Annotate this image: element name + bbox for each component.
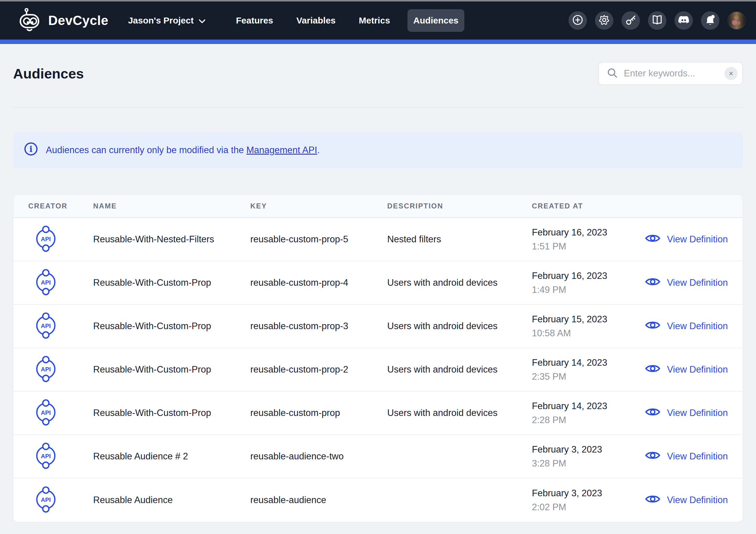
docs-button[interactable] <box>648 11 666 30</box>
audience-name: Reusable-With-Custom-Prop <box>93 364 250 375</box>
nav-item-variables[interactable]: Variables <box>290 9 342 32</box>
audience-key: reusable-custom-prop <box>250 408 387 418</box>
created-at-cell: February 16, 2023 1:51 PM <box>532 227 645 252</box>
user-avatar[interactable] <box>727 11 746 30</box>
audience-key: reusable-audience <box>250 495 387 505</box>
created-time: 1:49 PM <box>532 284 645 295</box>
settings-button[interactable] <box>595 11 613 30</box>
view-definition-button[interactable]: View Definition <box>645 450 742 463</box>
column-header-key: KEY <box>250 202 387 210</box>
created-date: February 15, 2023 <box>532 314 645 325</box>
creator-cell: API <box>14 485 78 515</box>
creator-badge-text: API <box>41 322 51 329</box>
accent-bar <box>0 39 756 44</box>
nav-item-audiences[interactable]: Audiences <box>407 9 465 32</box>
created-date: February 14, 2023 <box>532 357 645 368</box>
audience-name: Reusable-With-Custom-Prop <box>93 277 250 288</box>
brand-name: DevCycle <box>48 13 108 28</box>
created-time: 2:28 PM <box>532 415 645 425</box>
eye-icon <box>645 450 661 463</box>
created-date: February 14, 2023 <box>532 400 645 412</box>
audience-key: reusable-custom-prop-2 <box>250 364 387 375</box>
view-definition-button[interactable]: View Definition <box>645 233 742 246</box>
created-at-cell: February 3, 2023 2:02 PM <box>532 488 645 513</box>
creator-cell: API <box>14 354 78 385</box>
section-divider <box>13 107 743 108</box>
view-definition-button[interactable]: View Definition <box>645 276 742 290</box>
audience-name: Reusable-With-Nested-Filters <box>93 234 250 245</box>
view-definition-label: View Definition <box>667 364 728 375</box>
clear-search-button[interactable]: × <box>724 67 738 80</box>
created-date: February 16, 2023 <box>532 270 645 281</box>
search-input[interactable] <box>624 68 718 79</box>
api-badge-icon: API <box>34 354 58 385</box>
main-content: Audiences × i Audiences can currently on… <box>0 61 756 522</box>
view-definition-label: View Definition <box>667 277 728 288</box>
eye-icon <box>645 406 661 420</box>
audience-name: Reusable-With-Custom-Prop <box>93 321 250 332</box>
api-badge-icon: API <box>34 485 58 515</box>
created-date: February 16, 2023 <box>532 227 645 238</box>
creator-cell: API <box>14 311 78 341</box>
api-badge-icon: API <box>34 224 58 255</box>
audience-description: Users with android devices <box>387 408 532 418</box>
table-row: API Reusable-With-Custom-Prop reusable-c… <box>14 392 742 435</box>
audience-description: Users with android devices <box>387 277 532 288</box>
project-switcher[interactable]: Jason's Project <box>128 15 206 26</box>
table-row: API Reusable Audience # 2 reusable-audie… <box>14 435 742 478</box>
creator-badge-text: API <box>41 453 51 459</box>
created-time: 2:02 PM <box>532 501 645 513</box>
view-definition-label: View Definition <box>667 451 728 462</box>
column-header-description: DESCRIPTION <box>387 202 532 210</box>
discord-icon <box>677 14 690 27</box>
table-row: API Reusable-With-Nested-Filters reusabl… <box>14 218 742 261</box>
audiences-table: CREATOR NAME KEY DESCRIPTION CREATED AT … <box>13 194 743 522</box>
nav-item-features[interactable]: Features <box>230 9 279 32</box>
audience-name: Reusable Audience # 2 <box>93 451 250 462</box>
creator-cell: API <box>14 224 78 255</box>
column-header-creator: CREATOR <box>14 202 93 210</box>
gear-icon <box>598 14 610 27</box>
created-time: 2:35 PM <box>532 371 645 382</box>
view-definition-button[interactable]: View Definition <box>645 363 742 376</box>
page-title: Audiences <box>13 65 84 82</box>
audience-name: Reusable-With-Custom-Prop <box>93 408 250 418</box>
audience-description: Users with android devices <box>387 364 532 375</box>
svg-text:i: i <box>29 144 33 154</box>
view-definition-button[interactable]: View Definition <box>645 494 742 507</box>
search-icon <box>607 67 618 80</box>
plus-circle-icon <box>572 14 584 27</box>
audience-key: reusable-audience-two <box>250 451 387 462</box>
nav-icon-buttons <box>569 11 746 30</box>
api-badge-icon: API <box>34 311 58 341</box>
created-at-cell: February 3, 2023 3:28 PM <box>532 444 645 469</box>
create-button[interactable] <box>569 11 587 30</box>
notifications-button[interactable] <box>701 11 719 30</box>
table-row: API Reusable-With-Custom-Prop reusable-c… <box>14 348 742 392</box>
view-definition-label: View Definition <box>667 321 728 332</box>
creator-badge-text: API <box>41 496 51 503</box>
view-definition-button[interactable]: View Definition <box>645 406 742 420</box>
creator-cell: API <box>14 398 78 428</box>
created-at-cell: February 14, 2023 2:35 PM <box>532 357 645 382</box>
eye-icon <box>645 494 661 507</box>
view-definition-button[interactable]: View Definition <box>645 319 742 333</box>
discord-button[interactable] <box>674 11 693 30</box>
created-time: 10:58 AM <box>532 328 645 339</box>
top-navigation: DevCycle Jason's Project Features Variab… <box>0 2 756 39</box>
table-row: API Reusable-With-Custom-Prop reusable-c… <box>14 305 742 348</box>
table-row: API Reusable Audience reusable-audience … <box>14 478 742 522</box>
chevron-down-icon <box>199 15 206 26</box>
table-header: CREATOR NAME KEY DESCRIPTION CREATED AT <box>14 195 742 218</box>
management-api-link[interactable]: Management API <box>246 145 317 155</box>
audience-key: reusable-custom-prop-5 <box>250 234 387 245</box>
banner-text: Audiences can currently only be modified… <box>46 145 320 156</box>
creator-cell: API <box>14 441 78 471</box>
info-banner: i Audiences can currently only be modifi… <box>13 132 743 168</box>
api-keys-button[interactable] <box>621 11 640 30</box>
created-time: 3:28 PM <box>532 458 645 469</box>
nav-item-metrics[interactable]: Metrics <box>353 9 396 32</box>
column-header-name: NAME <box>93 202 250 210</box>
brand[interactable]: DevCycle <box>17 7 108 34</box>
eye-icon <box>645 276 661 290</box>
